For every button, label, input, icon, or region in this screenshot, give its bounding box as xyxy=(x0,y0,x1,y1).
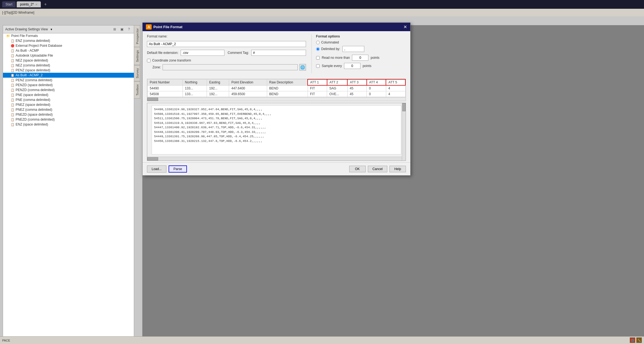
dialog-title-icon: A xyxy=(146,24,152,30)
table-scrollbar[interactable] xyxy=(147,97,406,101)
list-item[interactable]: 📋 PNE (space delimited) xyxy=(3,92,134,97)
list-item[interactable]: 📋 ENZ (space delimited) xyxy=(3,122,134,127)
status-icon-1: 🌐 xyxy=(630,337,635,343)
format-name-row: Format name: xyxy=(147,34,306,38)
list-item[interactable]: 📋 PENZD (comma delimited) xyxy=(3,88,134,92)
zone-row: Zone: 🌐 xyxy=(152,64,306,71)
dialog-body: Format name: Default file extension: .cs… xyxy=(143,31,410,77)
delimiter-input[interactable] xyxy=(342,46,364,52)
text-scrollbar-thumb-y xyxy=(402,103,406,111)
col-header-point-number[interactable]: Point Number xyxy=(148,79,183,85)
window-icon[interactable]: ▣ xyxy=(119,27,125,32)
comment-tag-input[interactable] xyxy=(251,50,306,56)
zone-label: Zone: xyxy=(152,65,161,69)
list-item[interactable]: 📋 PNEZ (comma delimited) xyxy=(3,107,134,112)
status-icon-2: 🔧 xyxy=(636,337,642,343)
list-item[interactable]: 📋 PNEZD (space delimited) xyxy=(3,112,134,117)
add-tab-button[interactable]: + xyxy=(42,1,49,7)
sample-every-suffix: points xyxy=(363,64,371,68)
scrollbar-thumb xyxy=(147,98,158,101)
col-header-att2[interactable]: ATT 2 xyxy=(327,79,347,85)
cancel-button[interactable]: Cancel xyxy=(368,166,387,172)
cell-att1-0: FIT xyxy=(308,85,327,91)
list-item[interactable]: 📋 As Built - ACMP xyxy=(3,48,134,53)
parse-button[interactable]: Parse xyxy=(169,165,187,173)
list-item-selected[interactable]: 📋 As Built - ACMP_2 xyxy=(3,73,134,78)
copy-layout-icon[interactable]: ⊞ xyxy=(112,27,117,32)
text-line-3: 54518,13361319.9,1928336.967,457.83,BEND… xyxy=(154,121,399,126)
list-item[interactable]: 📋 NEZ (space delimited) xyxy=(3,58,134,63)
dialog-left-col: Format name: Default file extension: .cs… xyxy=(147,34,306,73)
title-bar: Start points_2* ✕ + xyxy=(0,0,644,9)
tree-area[interactable]: 📁 Point File Formats 📋 ENZ (comma delimi… xyxy=(3,33,134,341)
read-no-more-checkbox[interactable] xyxy=(316,56,320,60)
cell-att5-0: 4 xyxy=(386,85,405,91)
sample-every-input[interactable] xyxy=(344,63,360,69)
col-header-raw-desc[interactable]: Raw Description xyxy=(267,79,308,85)
folder-icon: 📁 xyxy=(6,34,10,38)
settings-tab[interactable]: Settings xyxy=(134,47,140,65)
coord-transform-checkbox-label[interactable]: Coordinate zone transform xyxy=(147,59,306,62)
tab-points2[interactable]: points_2* ✕ xyxy=(17,1,41,7)
col-header-att1[interactable]: ATT 1 xyxy=(308,79,327,85)
list-item[interactable]: 🔴 External Project Point Database xyxy=(3,43,134,48)
dialog-close-button[interactable]: ✕ xyxy=(403,25,407,29)
help-button[interactable]: Help xyxy=(389,166,406,172)
cell-att4-1: 0 xyxy=(367,91,386,97)
col-header-elevation[interactable]: Point Elevation xyxy=(229,79,267,85)
text-output-area[interactable]: 54490,13361324.96,1928327.952,447.64,BEN… xyxy=(152,105,401,154)
col-header-att3[interactable]: ATT 3 xyxy=(347,79,367,85)
delimited-radio[interactable] xyxy=(316,47,320,51)
list-item[interactable]: 📋 PENZ (comma delimited) xyxy=(3,78,134,83)
text-scrollbar-x[interactable] xyxy=(147,157,406,161)
cell-att4-0: 0 xyxy=(367,85,386,91)
list-item[interactable]: 📋 PNEZD (comma delimited) xyxy=(3,117,134,122)
list-item[interactable]: 📋 ENZ (comma delimited) xyxy=(3,38,134,43)
globe-button[interactable]: 🌐 xyxy=(299,64,306,71)
columnated-radio[interactable] xyxy=(316,41,320,44)
prospector-tab[interactable]: Prospector xyxy=(134,25,140,47)
survey-tab[interactable]: Survey xyxy=(134,65,140,81)
col-header-att5[interactable]: ATT 5 xyxy=(386,79,405,85)
cell-att3-1: 45 xyxy=(347,91,367,97)
panel-title-dropdown[interactable]: Active Drawing Settings View ▼ xyxy=(5,27,53,31)
text-output-container: 54490,13361324.96,1928327.952,447.64,BEN… xyxy=(147,103,406,161)
list-item[interactable]: 📋 PENZ (space delimited) xyxy=(3,68,134,73)
col-header-easting[interactable]: Easting xyxy=(207,79,229,85)
table-scroll-wrapper[interactable]: Point Number Northing Easting Point Elev… xyxy=(147,79,406,101)
list-item[interactable]: 📋 PNEZ (space delimited) xyxy=(3,102,134,107)
text-scrollbar-y[interactable] xyxy=(402,103,406,161)
delimited-radio-label[interactable]: Delimited by: xyxy=(316,47,340,51)
tree-root[interactable]: 📁 Point File Formats xyxy=(3,33,134,38)
list-item[interactable]: 📋 Autodesk Uploadable File xyxy=(3,53,134,58)
col-header-northing[interactable]: Northing xyxy=(183,79,207,85)
tab-start[interactable]: Start xyxy=(2,1,16,7)
toolbox-tab[interactable]: Toolbox xyxy=(134,81,140,98)
coord-transform-checkbox[interactable] xyxy=(147,59,151,62)
ok-button[interactable]: OK xyxy=(349,166,366,172)
tab-start-label: Start xyxy=(5,2,12,6)
file-ext-label: Default file extension: xyxy=(147,51,178,55)
columnated-radio-label[interactable]: Columnated xyxy=(316,40,406,44)
col-header-att4[interactable]: ATT 4 xyxy=(367,79,386,85)
read-no-more-input[interactable] xyxy=(352,55,368,61)
cell-elev-0: 447.6400 xyxy=(229,85,267,91)
sample-every-checkbox[interactable] xyxy=(316,64,320,68)
list-item[interactable]: 📋 PENZD (space delimited) xyxy=(3,83,134,88)
list-item[interactable]: 📋 NEZ (comma delimited) xyxy=(3,63,134,68)
file-ext-dropdown-wrapper[interactable]: .csv xyxy=(181,50,224,56)
cell-rawdesc-1: BEND xyxy=(267,91,308,97)
zone-input[interactable] xyxy=(163,64,298,70)
tab-close-icon[interactable]: ✕ xyxy=(35,3,37,6)
format-name-input[interactable] xyxy=(147,41,306,47)
status-text: PACE xyxy=(2,339,10,342)
text-line-5: 54448,13361396.41,1928200.707,448.03,TOP… xyxy=(154,130,399,135)
help-icon[interactable]: ? xyxy=(126,27,132,32)
file-ext-select[interactable]: .csv xyxy=(181,50,224,56)
read-no-more-suffix: points xyxy=(371,56,379,60)
coord-transform-label: Coordinate zone transform xyxy=(152,59,191,62)
load-button[interactable]: Load... xyxy=(147,165,166,173)
text-line-7: 54450,13361388.31,1928215.132,447.6,TOP,… xyxy=(154,139,399,144)
vertical-tabs: Prospector Settings Survey Toolbox xyxy=(134,25,140,99)
list-item[interactable]: 📋 PNE (comma delimited) xyxy=(3,97,134,102)
